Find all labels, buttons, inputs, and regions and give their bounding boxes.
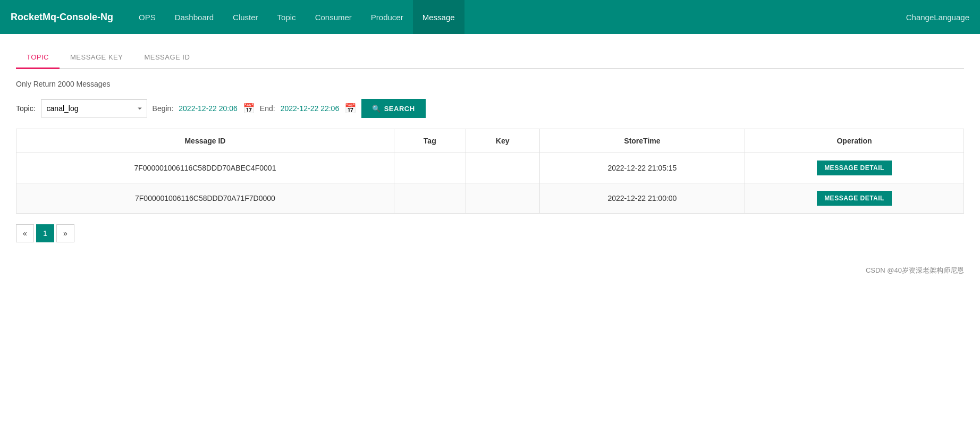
cell-message-id: 7F000001006116C58DDD70A71F7D0000 [16,183,394,214]
cell-message-id: 7F000001006116C58DDD70ABEC4F0001 [16,153,394,183]
pagination: « 1 » [16,224,964,242]
end-value[interactable]: 2022-12-22 22:06 [281,104,340,113]
table-row: 7F000001006116C58DDD70A71F7D00002022-12-… [16,183,964,214]
nav-producer[interactable]: Producer [361,0,413,34]
app-brand: RocketMq-Console-Ng [11,12,113,23]
table-row: 7F000001006116C58DDD70ABEC4F00012022-12-… [16,153,964,183]
cell-operation: MESSAGE DETAIL [745,153,964,183]
tab-bar: TOPIC MESSAGE KEY MESSAGE ID [16,47,964,69]
search-label: SEARCH [384,105,415,113]
col-tag: Tag [394,129,466,153]
nav-consumer[interactable]: Consumer [306,0,361,34]
footer: CSDN @40岁资深老架构师尼恩 [0,255,980,286]
topic-label: Topic: [16,104,36,113]
cell-tag [394,153,466,183]
cell-tag [394,183,466,214]
main-content: TOPIC MESSAGE KEY MESSAGE ID Only Return… [0,34,980,255]
message-detail-button[interactable]: MESSAGE DETAIL [817,161,892,175]
col-message-id: Message ID [16,129,394,153]
cell-store-time: 2022-12-22 21:05:15 [539,153,745,183]
end-calendar-icon[interactable]: 📅 [344,103,356,114]
messages-table: Message ID Tag Key StoreTime Operation 7… [16,129,964,214]
pagination-next[interactable]: » [56,224,74,242]
cell-key [466,153,539,183]
nav-cluster[interactable]: Cluster [223,0,268,34]
nav-message[interactable]: Message [413,0,464,34]
col-store-time: StoreTime [539,129,745,153]
cell-store-time: 2022-12-22 21:00:00 [539,183,745,214]
change-language[interactable]: ChangeLanguage [906,13,969,22]
navbar: RocketMq-Console-Ng OPS Dashboard Cluste… [0,0,980,34]
cell-operation: MESSAGE DETAIL [745,183,964,214]
nav-dashboard[interactable]: Dashboard [165,0,223,34]
begin-calendar-icon[interactable]: 📅 [243,103,255,114]
message-detail-button[interactable]: MESSAGE DETAIL [817,191,892,206]
nav-topic[interactable]: Topic [268,0,306,34]
col-operation: Operation [745,129,964,153]
begin-value[interactable]: 2022-12-22 20:06 [179,104,238,113]
end-label: End: [260,104,275,113]
search-button[interactable]: 🔍 SEARCH [361,99,425,118]
col-key: Key [466,129,539,153]
tab-message-id[interactable]: MESSAGE ID [133,47,200,69]
cell-key [466,183,539,214]
pagination-page-1[interactable]: 1 [36,224,54,242]
tab-topic[interactable]: TOPIC [16,47,60,69]
search-icon: 🔍 [372,105,381,113]
topic-select[interactable]: canal_log [41,99,147,117]
footer-text: CSDN @40岁资深老架构师尼恩 [866,266,964,274]
begin-label: Begin: [153,104,174,113]
pagination-prev[interactable]: « [16,224,34,242]
tab-message-key[interactable]: MESSAGE KEY [60,47,133,69]
search-bar: Topic: canal_log Begin: 2022-12-22 20:06… [16,99,964,118]
notice-text: Only Return 2000 Messages [16,80,964,88]
nav-ops[interactable]: OPS [129,0,165,34]
table-header-row: Message ID Tag Key StoreTime Operation [16,129,964,153]
